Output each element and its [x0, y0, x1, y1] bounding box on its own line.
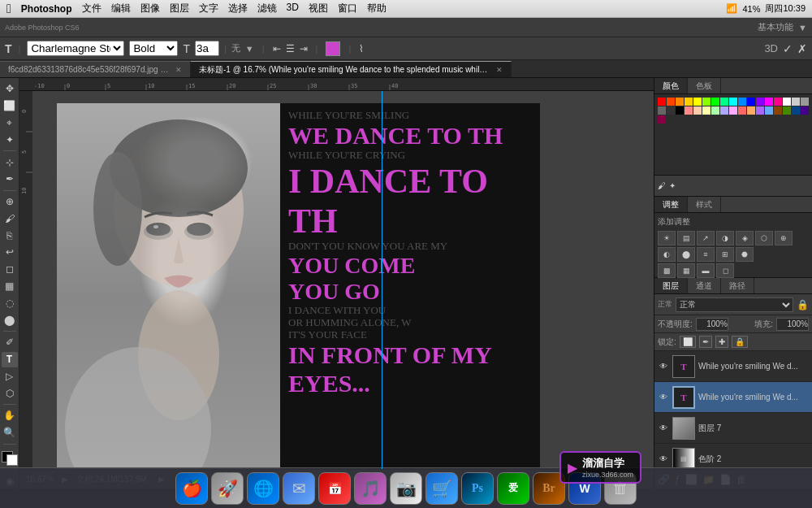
layer-item-adj2[interactable]: 👁 ▤ 色阶 2: [654, 444, 812, 469]
swatch-004488[interactable]: [792, 106, 800, 115]
swatch-884400[interactable]: [774, 106, 782, 115]
hand-tool[interactable]: ✋: [2, 408, 18, 423]
menu-select[interactable]: 选择: [228, 2, 248, 15]
swatch-440088[interactable]: [801, 106, 809, 115]
crop-tool[interactable]: ⊹: [2, 154, 18, 170]
menu-text[interactable]: 文字: [199, 2, 218, 15]
swatch-00ff00[interactable]: [711, 98, 719, 106]
dock-calendar[interactable]: 📅: [318, 472, 351, 505]
layer-item-text2[interactable]: 👁 T While you're smiling We d...: [654, 382, 812, 413]
dock-photoshop[interactable]: Ps: [461, 472, 494, 505]
menu-3d[interactable]: 3D: [287, 2, 299, 15]
align-left-icon[interactable]: ⇤: [273, 43, 281, 54]
swatch-ffaa66[interactable]: [747, 106, 755, 115]
layer-item-text1[interactable]: 👁 T While you're smiling We d...: [654, 351, 812, 382]
tab-1-close[interactable]: ✕: [175, 66, 182, 74]
color-adjust-icon[interactable]: ✦: [669, 181, 676, 190]
brush-size-icon[interactable]: 🖌: [658, 181, 666, 190]
swatch-0000ff[interactable]: [747, 98, 755, 106]
dodge-tool[interactable]: ⬤: [2, 312, 18, 328]
layer-visibility-3[interactable]: 👁: [658, 423, 669, 434]
layer-visibility-1[interactable]: 👁: [658, 361, 669, 372]
eraser-tool[interactable]: ◻: [2, 262, 18, 277]
history-brush-tool[interactable]: ↩: [2, 245, 18, 260]
tab-channels[interactable]: 通道: [688, 278, 721, 293]
warp-text-icon[interactable]: ⌇: [359, 43, 364, 54]
tab-adjustments[interactable]: 调整: [654, 197, 688, 212]
swatch-ffcc00[interactable]: [685, 98, 693, 106]
tab-styles[interactable]: 样式: [688, 197, 721, 212]
swatch-ffaaff[interactable]: [729, 106, 737, 115]
confirm-btn[interactable]: ✓: [783, 42, 793, 55]
swatch-ff8888[interactable]: [685, 106, 693, 115]
marquee-tool[interactable]: ⬜: [2, 98, 18, 114]
swatch-cccccc[interactable]: [792, 98, 800, 106]
menu-window[interactable]: 窗口: [338, 2, 357, 15]
swatch-ffffff[interactable]: [783, 98, 791, 106]
font-style-select[interactable]: Bold: [129, 41, 178, 56]
lock-all-icon[interactable]: 🔒: [732, 336, 748, 348]
swatch-ff0000[interactable]: [658, 98, 666, 106]
swatch-ff8800[interactable]: [676, 98, 684, 106]
swatch-333333[interactable]: [667, 106, 675, 115]
swatch-00ff88[interactable]: [720, 98, 728, 106]
lasso-tool[interactable]: ⌖: [2, 115, 18, 131]
shape-tool[interactable]: ⬡: [2, 385, 18, 401]
dock-music[interactable]: 🎵: [354, 472, 387, 505]
layer-item-7[interactable]: 👁 图层 7: [654, 413, 812, 444]
cancel-btn[interactable]: ✗: [797, 42, 807, 55]
pen-tool[interactable]: ✐: [2, 335, 18, 350]
swatch-8800ff[interactable]: [756, 98, 764, 106]
background-color[interactable]: [6, 454, 18, 466]
swatch-aaaaff[interactable]: [720, 106, 728, 115]
ps-canvas[interactable]: WHILE YOU'RE SMILING WE DANCE TO TH WHIL…: [57, 103, 512, 469]
layer-visibility-2[interactable]: 👁: [658, 392, 669, 403]
exposure-icon[interactable]: ◑: [716, 231, 734, 245]
layer-visibility-4[interactable]: 👁: [658, 454, 669, 465]
gradient-map-icon[interactable]: ▬: [697, 263, 715, 278]
vibrance-icon[interactable]: ◈: [736, 231, 754, 245]
curves-icon[interactable]: ↗: [697, 231, 715, 245]
font-size-input[interactable]: [195, 41, 219, 56]
tab-1[interactable]: f6cd82d63313876d8c45e536f28f697d.jpg @ 6…: [0, 61, 191, 77]
apple-logo[interactable]: : [6, 2, 11, 16]
zoom-tool[interactable]: 🔍: [2, 425, 18, 441]
hue-saturation-icon[interactable]: ⬡: [755, 231, 773, 245]
dock-finder[interactable]: 🍎: [175, 472, 208, 505]
canvas-content[interactable]: WHILE YOU'RE SMILING WE DANCE TO TH WHIL…: [32, 91, 654, 469]
type-tool-icon[interactable]: T: [5, 42, 12, 55]
swatch-ff6666[interactable]: [738, 106, 746, 115]
swatch-ffccaa[interactable]: [693, 106, 702, 115]
dock-qiyi[interactable]: 爱: [497, 472, 529, 505]
photo-filter-icon[interactable]: ⬤: [677, 247, 695, 262]
tab-2[interactable]: 未标题-1 @ 16.7% (While you're smiling We d…: [191, 61, 512, 77]
workspace-dropdown-icon[interactable]: ▼: [798, 23, 807, 33]
posterize-icon[interactable]: ▩: [658, 263, 676, 278]
fill-input[interactable]: [776, 318, 809, 331]
invert-icon[interactable]: ⬣: [736, 247, 754, 262]
menu-edit[interactable]: 编辑: [111, 2, 131, 15]
text-color-swatch[interactable]: [326, 41, 340, 56]
menu-view[interactable]: 视图: [309, 2, 328, 15]
anti-alias-dropdown[interactable]: ▼: [245, 44, 254, 54]
gradient-tool[interactable]: ▦: [2, 279, 18, 294]
align-center-icon[interactable]: ☰: [286, 43, 295, 54]
swatch-0088ff[interactable]: [738, 98, 746, 106]
swatch-ff4400[interactable]: [667, 98, 675, 106]
lock-transparent-icon[interactable]: ⬜: [680, 336, 696, 348]
dock-launchpad[interactable]: 🚀: [211, 472, 244, 505]
swatch-66aaff[interactable]: [765, 106, 773, 115]
opacity-input[interactable]: [696, 318, 728, 331]
wand-tool[interactable]: ✦: [2, 132, 18, 147]
color-lookup-icon[interactable]: ⊞: [716, 247, 734, 262]
dock-mail[interactable]: ✉: [283, 472, 315, 505]
swatch-aa66ff[interactable]: [756, 106, 764, 115]
type-tool[interactable]: T: [2, 352, 18, 367]
swatch-ff00ff[interactable]: [765, 98, 773, 106]
align-right-icon[interactable]: ⇥: [300, 43, 308, 54]
blend-mode-select[interactable]: 正常 叠加 正片叠底: [676, 297, 793, 312]
path-tool[interactable]: ▷: [2, 369, 18, 384]
menu-filter[interactable]: 滤镜: [257, 2, 277, 15]
lock-pixels-icon[interactable]: ✒: [699, 336, 712, 348]
tab-color[interactable]: 颜色: [654, 78, 688, 93]
